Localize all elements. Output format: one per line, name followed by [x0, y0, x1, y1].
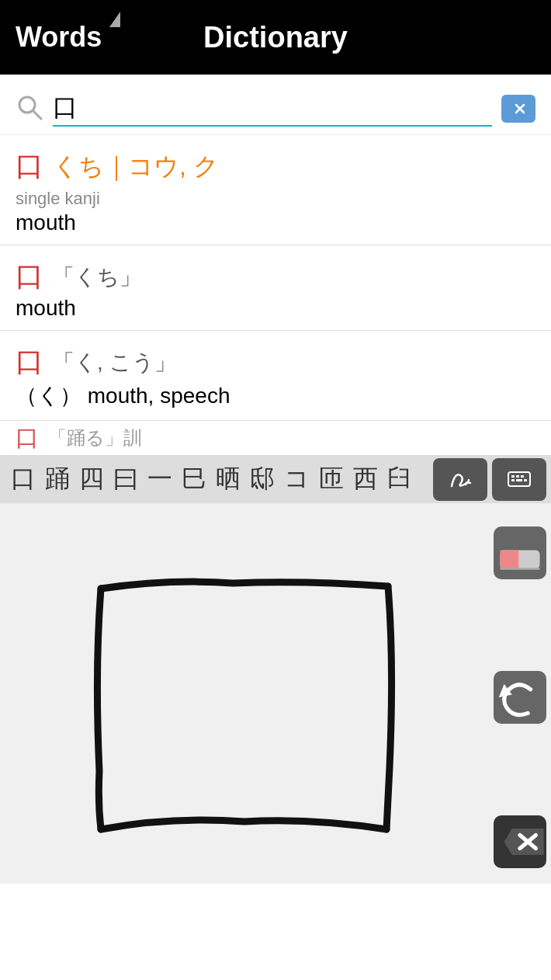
kanji-char-4: 口 [16, 422, 39, 454]
svg-rect-8 [521, 475, 524, 478]
app-header: Words Dictionary [0, 0, 551, 75]
page-title: Dictionary [203, 21, 348, 54]
sug-5[interactable]: 巳 [182, 462, 206, 496]
svg-rect-11 [524, 479, 527, 481]
result-item-1[interactable]: 口 くち｜コウ, ク single kanji mouth [0, 135, 551, 245]
result-meaning-3: （く） mouth, speech [16, 381, 535, 411]
kanji-char-3: 口 [16, 343, 43, 381]
search-input[interactable] [53, 90, 492, 125]
signal-icon [109, 12, 120, 27]
sug-2[interactable]: 四 [79, 462, 104, 496]
reading-2: 「くち」 [53, 262, 141, 292]
sug-0[interactable]: 口 [11, 462, 36, 496]
search-icon [16, 93, 43, 124]
svg-rect-10 [516, 479, 522, 481]
reading-3: 「く, こう」 [53, 348, 176, 377]
svg-line-1 [33, 111, 41, 119]
sug-6[interactable]: 晒 [216, 462, 241, 496]
drawing-canvas[interactable] [0, 503, 489, 884]
search-bar [0, 75, 551, 135]
result-item-4[interactable]: 口 「踊る」訓 [0, 421, 551, 455]
result-item-3[interactable]: 口 「く, こう」 （く） mouth, speech [0, 331, 551, 421]
suggestions-scroll: 口 踊 四 曰 一 巳 晒 邸 コ 匝 西 臼 [0, 455, 428, 503]
kanji-char-1: 口 [16, 148, 43, 186]
reading-partial: 「踊る」訓 [48, 426, 142, 450]
result-type-1: single kanji [16, 189, 535, 209]
sug-1[interactable]: 踊 [45, 462, 70, 496]
sug-3[interactable]: 曰 [113, 462, 138, 496]
svg-rect-7 [516, 475, 519, 478]
undo-button[interactable] [494, 671, 546, 724]
bottom-input-bar: 口 踊 四 曰 一 巳 晒 邸 コ 匝 西 臼 [0, 455, 551, 503]
sug-11[interactable]: 臼 [387, 462, 412, 496]
result-meaning-1: mouth [16, 210, 535, 235]
reading-1: くち｜コウ, ク [53, 150, 219, 184]
clear-button-draw[interactable] [494, 815, 546, 868]
drawing-area [0, 503, 551, 884]
clear-button[interactable] [501, 95, 535, 123]
svg-rect-9 [511, 479, 515, 481]
kanji-char-2: 口 [16, 258, 43, 296]
drawn-strokes [78, 546, 411, 841]
search-input-wrap [53, 90, 492, 127]
svg-marker-2 [510, 100, 527, 117]
sug-7[interactable]: 邸 [250, 462, 275, 496]
svg-rect-6 [511, 475, 515, 478]
result-item-2[interactable]: 口 「くち」 mouth [0, 245, 551, 331]
sug-9[interactable]: 匝 [319, 462, 344, 496]
sug-8[interactable]: コ [284, 462, 310, 496]
words-nav[interactable]: Words [16, 21, 102, 54]
results-list: 口 くち｜コウ, ク single kanji mouth 口 「くち」 mou… [0, 135, 551, 455]
sug-10[interactable]: 西 [353, 462, 378, 496]
sug-4[interactable]: 一 [147, 462, 172, 496]
result-meaning-2: mouth [16, 296, 535, 321]
handwriting-mode-button[interactable] [433, 458, 487, 501]
svg-rect-13 [501, 551, 519, 569]
erase-button[interactable] [494, 526, 546, 579]
drawing-tools [489, 503, 551, 884]
svg-marker-16 [504, 829, 544, 855]
keyboard-mode-button[interactable] [492, 458, 546, 501]
mode-buttons [428, 455, 551, 503]
